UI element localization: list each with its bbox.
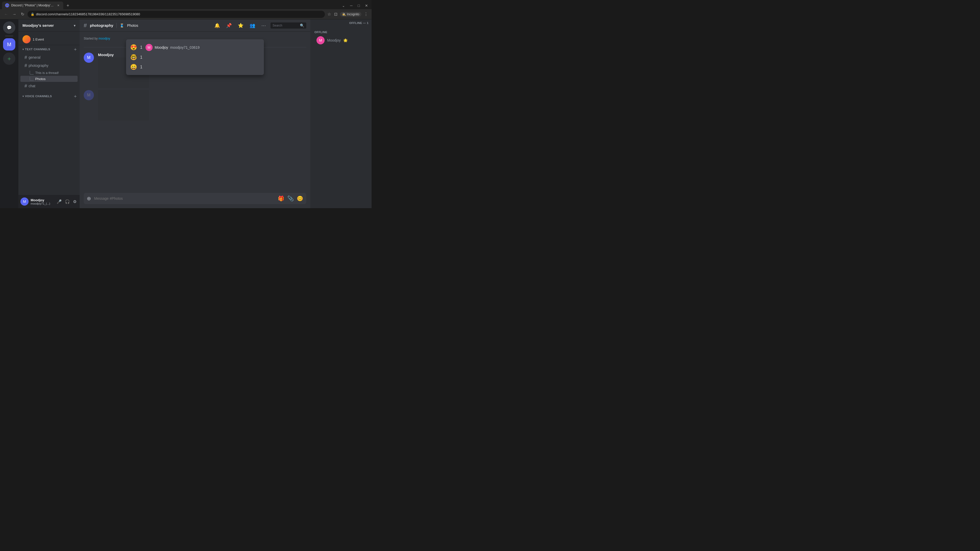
url-text: discord.com/channels/1182346851781984336… bbox=[36, 12, 322, 16]
server-header[interactable]: Moodjoy's server ▾ bbox=[18, 19, 80, 32]
direct-messages-icon[interactable]: 💬 bbox=[3, 21, 15, 34]
channel-hash-icon: # bbox=[24, 63, 27, 68]
reaction-emoji-3: 😄 bbox=[130, 64, 137, 70]
minimize-button[interactable]: ─ bbox=[348, 3, 354, 8]
channel-name-general: general bbox=[29, 56, 41, 59]
message-input-wrapper: ⊕ 🎁 📎 😊 bbox=[84, 193, 306, 204]
popup-author-name: Moodjoy bbox=[155, 45, 168, 49]
message-content-2 bbox=[98, 90, 306, 121]
channel-item-chat[interactable]: # chat bbox=[21, 82, 78, 90]
thread-item-photos[interactable]: Photos bbox=[21, 76, 78, 82]
browser-menu-icon[interactable]: ⋮ bbox=[363, 11, 369, 17]
channel-sidebar: Moodjoy's server ▾ 1 Event ▾ TEXT CHANNE… bbox=[18, 19, 80, 208]
tab-title: Discord | "Photos" | Moodjoy's s... bbox=[11, 3, 54, 7]
add-voice-channel-icon[interactable]: ＋ bbox=[73, 93, 78, 99]
member-item-moodjoy[interactable]: M Moodjoy 🌟 bbox=[312, 35, 369, 46]
thread-indicator-icon bbox=[30, 71, 34, 75]
search-bar[interactable]: Search 🔍 bbox=[270, 22, 306, 29]
browser-layout-icon[interactable]: ⊡ bbox=[334, 11, 338, 17]
thread-name-photos: Photos bbox=[35, 77, 45, 81]
channel-hash-icon: # bbox=[24, 83, 27, 89]
attach-file-icon[interactable]: ⊕ bbox=[86, 194, 92, 203]
reaction-row-1[interactable]: 😍 1 M Moodjoy moodjoy71_03619 bbox=[130, 42, 260, 52]
message-group-2: M bbox=[84, 89, 306, 121]
notifications-icon[interactable]: 📌 bbox=[224, 22, 233, 29]
message-author-avatar: M bbox=[84, 52, 94, 63]
incognito-icon: 🕵 bbox=[342, 13, 346, 16]
moodjoys-server-icon[interactable]: M bbox=[3, 38, 15, 51]
reaction-row-2[interactable]: 🤓 1 bbox=[130, 52, 260, 62]
channel-name-chat: chat bbox=[29, 84, 35, 88]
url-bar[interactable]: 🔒 discord.com/channels/11823468517819843… bbox=[27, 11, 325, 18]
window-list-button[interactable]: ⌄ bbox=[340, 3, 347, 8]
explore-servers-icon[interactable]: ＋ bbox=[3, 52, 15, 65]
incognito-label: Incognito bbox=[347, 13, 360, 16]
messages-area[interactable]: Started by moodjoy December 8, 2023 M Mo… bbox=[80, 32, 310, 193]
thread-name-this-is-a-thread: This is a thread! bbox=[35, 71, 59, 75]
message-input-area: ⊕ 🎁 📎 😊 bbox=[80, 193, 310, 208]
popup-author-tag: moodjoy71_03619 bbox=[170, 45, 200, 49]
search-placeholder: Search bbox=[272, 24, 299, 27]
reaction-author-info: M Moodjoy moodjoy71_03619 bbox=[145, 44, 200, 51]
thread-header-name: Photos bbox=[127, 24, 138, 27]
user-discriminator: moodjoy71_(...) bbox=[30, 202, 54, 205]
input-actions: 🎁 📎 😊 bbox=[277, 194, 304, 203]
channel-list: 1 Event ▾ TEXT CHANNELS ＋ # general # ph… bbox=[18, 32, 80, 195]
pin-icon[interactable]: ⭐ bbox=[236, 22, 245, 29]
reaction-count-2: 1 bbox=[140, 55, 142, 60]
text-channels-arrow-icon: ▾ bbox=[22, 48, 24, 51]
emoji-icon[interactable]: 😊 bbox=[296, 194, 304, 203]
search-icon: 🔍 bbox=[300, 24, 304, 27]
close-button[interactable]: ✕ bbox=[363, 3, 369, 8]
channel-item-photography[interactable]: # photography bbox=[21, 62, 78, 70]
member-name-moodjoy: Moodjoy bbox=[327, 38, 341, 42]
member-badge-moodjoy: 🌟 bbox=[343, 38, 348, 42]
thread-item-this-is-a-thread[interactable]: This is a thread! bbox=[21, 70, 78, 76]
channel-hash-icon: # bbox=[24, 55, 27, 60]
members-icon[interactable]: 👥 bbox=[248, 22, 257, 29]
thread-settings-icon[interactable]: 🔔 bbox=[213, 22, 221, 29]
text-channels-header[interactable]: ▾ TEXT CHANNELS ＋ bbox=[18, 45, 80, 53]
message-author-name: Moodjoy bbox=[98, 52, 114, 57]
deafen-headphones-icon[interactable]: 🎧 bbox=[64, 198, 71, 205]
browser-chrome: 🎮 Discord | "Photos" | Moodjoy's s... ✕ … bbox=[0, 0, 372, 19]
message-author-avatar-2: M bbox=[84, 90, 94, 100]
sticker-icon[interactable]: 📎 bbox=[286, 194, 295, 203]
forward-button[interactable]: → bbox=[11, 11, 18, 17]
active-tab[interactable]: 🎮 Discord | "Photos" | Moodjoy's s... ✕ bbox=[2, 2, 63, 9]
add-channel-icon[interactable]: ＋ bbox=[73, 46, 78, 52]
user-info: Moodjoy moodjoy71_(...) bbox=[30, 198, 54, 205]
address-bar: ← → ↻ 🔒 discord.com/channels/11823468517… bbox=[0, 9, 372, 19]
member-avatar-moodjoy: M bbox=[317, 36, 325, 44]
channel-header: # photography 🧵 Photos 🔔 📌 ⭐ 👥 ⋯ Search … bbox=[80, 19, 310, 32]
maximize-button[interactable]: □ bbox=[356, 3, 361, 8]
tab-favicon: 🎮 bbox=[5, 3, 9, 7]
tab-close-button[interactable]: ✕ bbox=[56, 3, 60, 7]
voice-channels-label: VOICE CHANNELS bbox=[25, 95, 72, 98]
reaction-emoji-1: 😍 bbox=[130, 44, 137, 51]
reload-button[interactable]: ↻ bbox=[19, 11, 25, 17]
event-banner[interactable]: 1 Event bbox=[18, 34, 80, 45]
message-image-2 bbox=[98, 90, 149, 121]
popup-author-avatar: M bbox=[145, 44, 153, 51]
server-divider bbox=[5, 36, 13, 36]
reaction-popup[interactable]: 😍 1 M Moodjoy moodjoy71_03619 🤓 1 bbox=[126, 39, 264, 75]
message-input[interactable] bbox=[94, 197, 275, 200]
thread-starter-name[interactable]: moodjoy bbox=[99, 37, 110, 40]
bookmark-star-icon[interactable]: ☆ bbox=[327, 11, 331, 17]
offline-section-title: OFFLINE bbox=[310, 27, 372, 35]
more-options-icon[interactable]: ⋯ bbox=[260, 22, 267, 29]
back-button[interactable]: ← bbox=[3, 11, 9, 17]
voice-channels-header[interactable]: ▾ VOICE CHANNELS ＋ bbox=[18, 92, 80, 100]
header-divider bbox=[116, 23, 117, 28]
mute-microphone-icon[interactable]: 🎤 bbox=[56, 198, 63, 205]
server-sidebar: 💬 M ＋ bbox=[0, 19, 18, 208]
event-icon bbox=[22, 35, 30, 43]
channel-item-general[interactable]: # general bbox=[21, 53, 78, 62]
user-settings-icon[interactable]: ⚙ bbox=[72, 198, 78, 205]
new-tab-button[interactable]: + bbox=[64, 2, 72, 9]
gif-icon[interactable]: 🎁 bbox=[277, 194, 285, 203]
reaction-row-3[interactable]: 😄 1 bbox=[130, 62, 260, 72]
text-channels-section: ▾ TEXT CHANNELS ＋ # general # photograph… bbox=[18, 45, 80, 90]
user-display-name: Moodjoy bbox=[30, 198, 54, 202]
